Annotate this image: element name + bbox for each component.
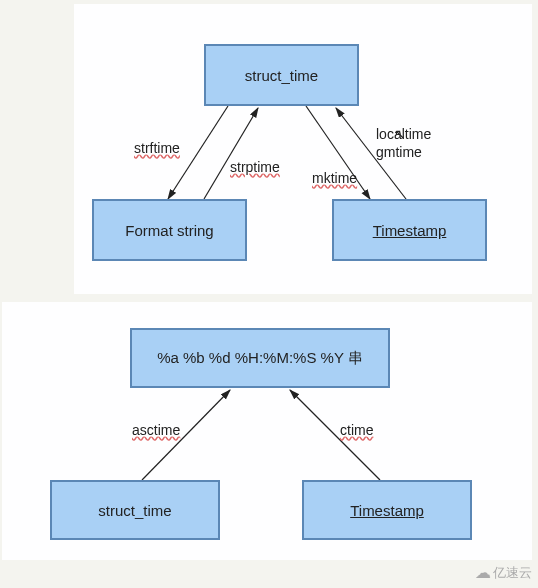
cloud-icon: ☁ [475,563,491,582]
node-struct-time-1: struct_time [204,44,359,106]
node-format-pattern: %a %b %d %H:%M:%S %Y 串 [130,328,390,388]
edge-localtime: localtime [376,126,431,142]
edge-ctime: ctime [340,422,373,438]
node-format-string: Format string [92,199,247,261]
node-label: Timestamp [373,222,447,239]
watermark-text: 亿速云 [493,564,532,582]
node-label: struct_time [245,67,318,84]
edge-gmtime: gmtime [376,144,422,160]
edge-strftime: strftime [134,140,180,156]
edge-strptime: strptime [230,159,280,175]
node-label: struct_time [98,502,171,519]
diagram-panel-2: %a %b %d %H:%M:%S %Y 串 struct_time Times… [2,302,532,560]
svg-line-1 [204,108,258,199]
node-label: %a %b %d %H:%M:%S %Y 串 [157,349,363,368]
watermark: ☁ 亿速云 [475,563,532,582]
node-label: Timestamp [350,502,424,519]
edge-mktime: mktime [312,170,357,186]
edge-asctime: asctime [132,422,180,438]
node-label: Format string [125,222,213,239]
node-struct-time-2: struct_time [50,480,220,540]
node-timestamp-2: Timestamp [302,480,472,540]
diagram-panel-1: struct_time Format string Timestamp strf… [74,4,532,294]
node-timestamp-1: Timestamp [332,199,487,261]
